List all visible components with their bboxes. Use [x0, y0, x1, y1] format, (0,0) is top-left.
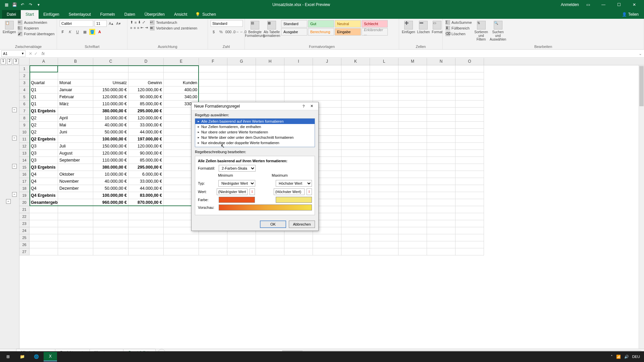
cell[interactable] [370, 185, 398, 192]
format-style-select[interactable]: 2-Farben-Skala [219, 165, 256, 172]
cell[interactable] [341, 150, 370, 157]
row-header[interactable]: 14 [19, 157, 30, 164]
cell[interactable] [398, 206, 427, 213]
cell[interactable] [427, 122, 455, 129]
cell[interactable] [370, 94, 398, 101]
cell[interactable]: 44.000,00 € [128, 185, 164, 192]
cell[interactable] [227, 234, 256, 241]
cell[interactable] [199, 234, 227, 241]
outline-level-3[interactable]: 3 [13, 59, 18, 64]
cell[interactable] [427, 192, 455, 199]
cell[interactable] [427, 150, 455, 157]
cell[interactable]: 340,00 [164, 94, 199, 101]
cell[interactable]: Q1 [30, 86, 58, 94]
increase-indent-icon[interactable]: ⇥ [145, 25, 148, 30]
row-header[interactable]: 6 [19, 101, 30, 108]
cell[interactable] [427, 94, 455, 101]
cell[interactable]: November [58, 178, 93, 185]
style-neutral[interactable]: Neutral [335, 20, 361, 27]
cell[interactable] [455, 129, 484, 136]
tab-insert[interactable]: Einfügen [39, 10, 64, 19]
row-header[interactable]: 25 [19, 234, 30, 241]
cell[interactable] [313, 79, 341, 86]
cell[interactable] [427, 206, 455, 213]
cell[interactable] [455, 171, 484, 178]
name-box[interactable]: A1▾ [1, 50, 25, 57]
outline-collapse-total[interactable]: − [6, 199, 11, 204]
cell[interactable] [370, 129, 398, 136]
share-button[interactable]: 👤Teilen [619, 10, 642, 19]
cell[interactable] [455, 150, 484, 157]
vertical-scrollbar[interactable] [639, 65, 644, 349]
cell[interactable]: 110.000,00 € [93, 101, 128, 108]
increase-font-icon[interactable]: A▴ [108, 20, 114, 26]
cell[interactable]: 870.000,00 € [128, 199, 164, 206]
cell[interactable] [341, 136, 370, 143]
cell[interactable] [427, 65, 455, 72]
ribbon-display-icon[interactable]: ▭ [582, 2, 594, 7]
cell[interactable]: April [58, 115, 93, 122]
cell[interactable] [313, 65, 341, 72]
cell[interactable] [398, 136, 427, 143]
col-header-C[interactable]: C [93, 58, 128, 65]
tray-lang[interactable]: DEU [632, 355, 640, 359]
cell[interactable]: Kunden [164, 79, 199, 86]
bold-button[interactable]: F [60, 29, 66, 35]
cell[interactable] [199, 65, 227, 72]
cell[interactable] [284, 72, 313, 79]
cell[interactable]: 960.000,00 € [93, 199, 128, 206]
cell[interactable] [341, 213, 370, 220]
cell[interactable] [341, 129, 370, 136]
cell[interactable]: Umsatz [93, 79, 128, 86]
tab-layout[interactable]: Seitenlayout [64, 10, 96, 19]
cell[interactable]: 120.000,00 € [128, 143, 164, 150]
cell[interactable] [199, 79, 227, 86]
cell[interactable]: Q3 Ergebnis [30, 164, 58, 171]
format-cells-button[interactable]: ▭Format [432, 20, 442, 34]
font-color-button[interactable]: A [97, 29, 103, 35]
fx-icon[interactable]: fx [40, 51, 47, 56]
cell[interactable] [58, 199, 93, 206]
cell[interactable] [341, 86, 370, 94]
cell[interactable] [128, 206, 164, 213]
row-header[interactable]: 9 [19, 122, 30, 129]
dialog-help-icon[interactable]: ? [300, 104, 308, 108]
cell[interactable] [256, 65, 284, 72]
rule-type-option[interactable]: Nur obere oder untere Werte formatieren [195, 129, 315, 135]
rule-type-listbox[interactable]: Alle Zellen basierend auf ihren Werten f… [195, 118, 315, 147]
cell-styles-gallery[interactable]: Standard Gut Neutral Schlecht Ausgabe Be… [281, 20, 388, 36]
minimize-icon[interactable]: — [597, 2, 610, 7]
cell[interactable] [370, 72, 398, 79]
cell[interactable] [455, 86, 484, 94]
col-header-E[interactable]: E [164, 58, 199, 65]
cell[interactable] [455, 241, 484, 248]
cell[interactable] [256, 79, 284, 86]
cell[interactable] [398, 86, 427, 94]
cell[interactable] [199, 72, 227, 79]
max-type-select[interactable]: Höchster Wert [276, 180, 312, 187]
row-header[interactable]: 21 [19, 206, 30, 213]
cell[interactable]: Q1 Ergebnis [30, 108, 58, 115]
outline-collapse-q4[interactable]: − [12, 192, 17, 197]
cell[interactable] [227, 248, 256, 255]
taskbar-edge-icon[interactable]: 🌐 [30, 352, 43, 361]
cell[interactable] [455, 157, 484, 164]
merge-center-button[interactable]: ⬌Verbinden und zentrieren [150, 26, 197, 31]
insert-cells-button[interactable]: ➕Einfügen [402, 20, 415, 34]
cell[interactable]: Mai [58, 122, 93, 129]
style-eingabe[interactable]: Eingabe [335, 28, 361, 36]
cell[interactable] [58, 192, 93, 199]
cell[interactable] [30, 248, 58, 255]
cell[interactable]: 120.000,00 € [128, 86, 164, 94]
cell[interactable] [455, 122, 484, 129]
tray-network-icon[interactable]: 📶 [616, 355, 621, 359]
cell[interactable] [341, 178, 370, 185]
expand-formula-bar-icon[interactable]: ⌄ [637, 51, 644, 56]
cell[interactable]: 33.000,00 € [128, 178, 164, 185]
style-schlecht[interactable]: Schlecht [362, 20, 388, 27]
cell[interactable] [370, 122, 398, 129]
cell[interactable] [30, 206, 58, 213]
cell[interactable]: Q4 [30, 185, 58, 192]
cell[interactable] [341, 220, 370, 227]
row-header[interactable]: 23 [19, 220, 30, 227]
